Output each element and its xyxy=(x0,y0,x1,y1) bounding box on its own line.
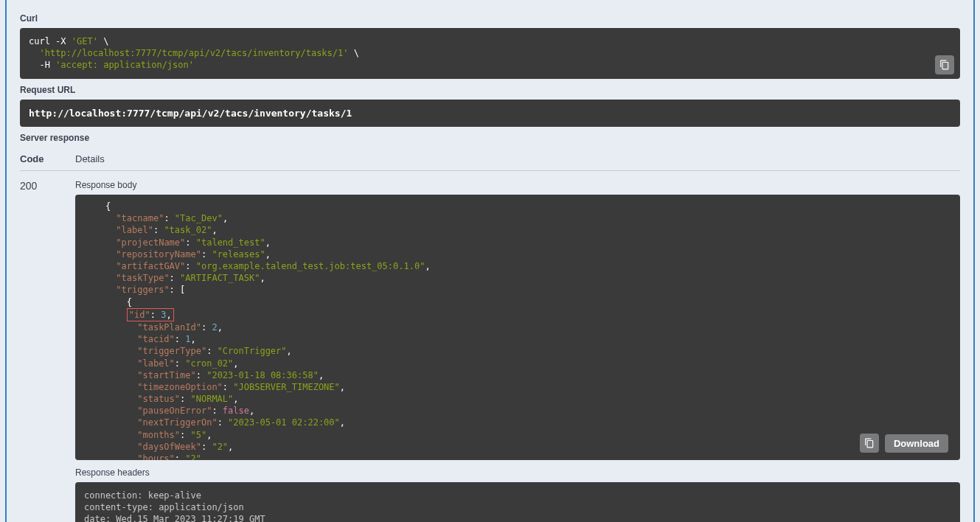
column-header-code: Code xyxy=(20,153,75,164)
curl-label: Curl xyxy=(20,13,960,24)
request-url-block: http://localhost:7777/tcmp/api/v2/tacs/i… xyxy=(20,100,960,128)
curl-block: curl -X 'GET' \ 'http://localhost:7777/t… xyxy=(20,28,960,79)
copy-curl-button[interactable] xyxy=(935,55,954,74)
response-body-label: Response body xyxy=(75,180,960,190)
request-url-label: Request URL xyxy=(20,85,960,95)
response-body-block: { "tacname": "Tac_Dev", "label": "task_0… xyxy=(75,195,960,460)
copy-response-button[interactable] xyxy=(860,434,879,453)
clipboard-icon xyxy=(864,438,875,448)
server-response-label: Server response xyxy=(20,133,960,143)
download-button[interactable]: Download xyxy=(885,434,948,453)
status-code: 200 xyxy=(20,180,75,522)
column-header-details: Details xyxy=(75,153,105,164)
response-headers-block: connection: keep-alive content-type: app… xyxy=(75,482,960,522)
response-body-scroll[interactable]: { "tacname": "Tac_Dev", "label": "task_0… xyxy=(75,195,960,460)
clipboard-icon xyxy=(939,60,950,70)
response-headers-label: Response headers xyxy=(75,467,960,478)
